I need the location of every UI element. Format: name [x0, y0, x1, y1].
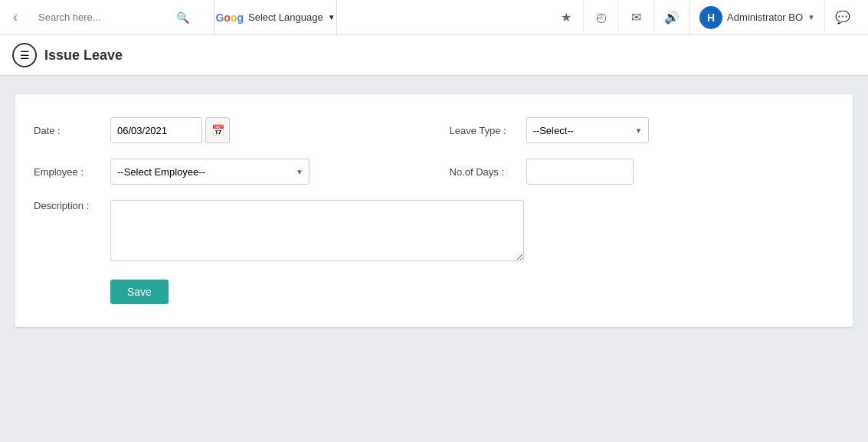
search-bar: 🔍 [31, 0, 215, 35]
date-row: Date : 📅 [34, 117, 419, 143]
leave-type-select[interactable]: --Select-- Annual Leave Sick Leave Casua… [526, 117, 649, 143]
back-button[interactable]: ‹ [0, 0, 31, 35]
list-icon: ☰ [20, 49, 30, 61]
page-titlebar: ☰ Issue Leave [0, 35, 868, 76]
form-card: Date : 📅 Leave Type : --Select-- Annual … [15, 94, 853, 327]
search-icon: 🔍 [176, 11, 189, 24]
username: Administrator BO [727, 11, 803, 23]
history-button[interactable]: ◴ [584, 0, 619, 35]
page-title-icon: ☰ [12, 43, 37, 67]
avatar: H [699, 6, 722, 29]
language-dropdown-icon: ▼ [328, 13, 336, 21]
clock-icon: ◴ [596, 10, 607, 25]
star-icon: ★ [561, 10, 572, 25]
employee-label: Employee : [34, 166, 103, 178]
mail-button[interactable]: ✉ [619, 0, 654, 35]
form-actions: Save [110, 280, 834, 304]
navbar: ‹ 🔍 Goog Select Language ▼ ★ ◴ ✉ 🔊 H Adm… [0, 0, 868, 35]
form-grid-row1: Date : 📅 Leave Type : --Select-- Annual … [34, 117, 834, 143]
google-icon: Goog [215, 11, 244, 24]
save-button[interactable]: Save [110, 280, 169, 304]
chat-icon: 💬 [835, 10, 850, 25]
leave-type-select-wrapper: --Select-- Annual Leave Sick Leave Casua… [526, 117, 649, 143]
description-textarea[interactable] [110, 200, 524, 261]
form-grid-row2: Employee : --Select Employee-- No.of Day… [34, 159, 834, 185]
nav-icons-group: ★ ◴ ✉ 🔊 H Administrator BO ▼ 💬 [337, 0, 868, 35]
volume-icon: 🔊 [664, 10, 680, 25]
employee-select[interactable]: --Select Employee-- [110, 159, 310, 185]
no-of-days-input[interactable] [526, 159, 634, 185]
calendar-icon: 📅 [211, 124, 224, 136]
calendar-button[interactable]: 📅 [205, 117, 230, 143]
no-of-days-row: No.of Days : [450, 159, 835, 185]
back-icon: ‹ [13, 9, 18, 25]
employee-row: Employee : --Select Employee-- [34, 159, 419, 185]
chat-button[interactable]: 💬 [825, 0, 860, 35]
language-label: Select Language [248, 11, 323, 23]
main-content: Date : 📅 Leave Type : --Select-- Annual … [0, 76, 868, 345]
mail-icon: ✉ [631, 10, 641, 25]
search-input[interactable] [38, 11, 176, 23]
page-title: Issue Leave [44, 47, 123, 64]
no-of-days-label: No.of Days : [450, 166, 519, 178]
leave-type-label: Leave Type : [450, 125, 519, 136]
leave-type-row: Leave Type : --Select-- Annual Leave Sic… [450, 117, 835, 143]
description-row: Description : [34, 200, 834, 261]
date-input[interactable] [110, 117, 202, 143]
language-selector[interactable]: Goog Select Language ▼ [215, 0, 337, 35]
volume-button[interactable]: 🔊 [654, 0, 689, 35]
favorites-button[interactable]: ★ [549, 0, 584, 35]
date-input-wrapper: 📅 [110, 117, 230, 143]
employee-select-wrapper: --Select Employee-- [110, 159, 310, 185]
date-label: Date : [34, 125, 103, 136]
description-label: Description : [34, 200, 103, 211]
user-dropdown-icon: ▼ [807, 13, 815, 21]
user-menu[interactable]: H Administrator BO ▼ [689, 0, 825, 35]
